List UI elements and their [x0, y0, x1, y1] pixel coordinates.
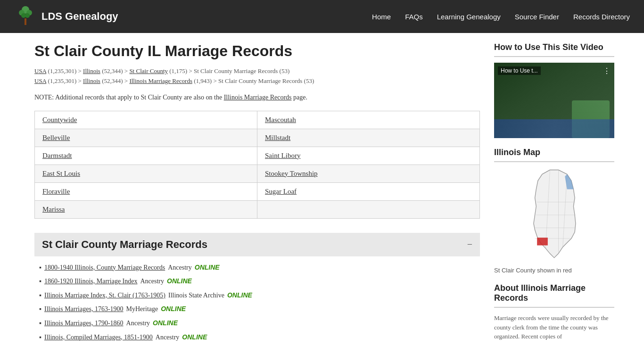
- main-content: St Clair County IL Marriage Records USA …: [34, 42, 480, 346]
- about-text: Marriage records were usually recorded b…: [494, 313, 614, 341]
- collapse-button[interactable]: −: [467, 239, 472, 250]
- breadcrumb-illinois-1[interactable]: Illinois: [83, 67, 100, 74]
- map-caption: St Clair County shown in red: [494, 267, 614, 274]
- city-link-belleville[interactable]: Belleville: [42, 134, 70, 141]
- record-source: Ancestry: [140, 277, 164, 286]
- online-badge: ONLINE: [167, 277, 192, 286]
- logo-text: LDS Genealogy: [41, 10, 118, 23]
- record-link-4[interactable]: Illinois Marriages, 1790-1860: [44, 319, 124, 328]
- online-badge: ONLINE: [182, 333, 207, 342]
- table-row: Marissa: [35, 200, 480, 218]
- record-source: MyHeritage: [126, 304, 158, 314]
- map-divider: [494, 161, 614, 162]
- video-thumbnail[interactable]: How to Use t... ⋮: [494, 63, 614, 138]
- city-link-millstadt[interactable]: Millstadt: [265, 134, 290, 141]
- city-cell-left: Marissa: [35, 200, 257, 218]
- map-section-title: Illinois Map: [494, 148, 614, 157]
- about-title: About Illinois Marriage Records: [494, 283, 614, 303]
- list-item: Illinois Marriage Index, St. Clair (1763…: [39, 291, 480, 300]
- table-row: DarmstadtSaint Libory: [35, 147, 480, 165]
- nav-home[interactable]: Home: [372, 13, 391, 21]
- city-cell-left: Belleville: [35, 129, 257, 147]
- video-divider: [494, 56, 614, 57]
- nav-learning-genealogy[interactable]: Learning Genealogy: [437, 13, 501, 21]
- page-title: St Clair County IL Marriage Records: [34, 42, 480, 60]
- city-link-marissa[interactable]: Marissa: [42, 206, 65, 213]
- breadcrumb-illinois-marriage[interactable]: Illinois Marriage Records: [129, 77, 192, 84]
- page-wrapper: St Clair County IL Marriage Records USA …: [20, 33, 624, 356]
- about-divider: [494, 307, 614, 308]
- records-list: 1800-1940 Illinois, County Marriage Reco…: [34, 263, 480, 342]
- sidebar: How to Use This Site Video How to Use t.…: [494, 42, 614, 346]
- cities-table: CountywideMascoutahBellevilleMillstadtDa…: [34, 111, 480, 219]
- record-source: Ancestry: [126, 319, 150, 328]
- table-row: FloravilleSugar Loaf: [35, 182, 480, 200]
- svg-rect-5: [25, 18, 26, 25]
- breadcrumb-usa-1[interactable]: USA: [34, 67, 46, 74]
- video-section-title: How to Use This Site Video: [494, 42, 614, 52]
- logo-area: LDS Genealogy: [14, 5, 118, 28]
- video-options-icon[interactable]: ⋮: [603, 66, 611, 75]
- list-item: 1800-1940 Illinois, County Marriage Reco…: [39, 263, 480, 272]
- city-cell-right: Millstadt: [257, 129, 480, 147]
- breadcrumbs: USA (1,235,301) > Illinois (52,344) > St…: [34, 66, 480, 86]
- city-cell-left: Darmstadt: [35, 147, 257, 165]
- record-link-2[interactable]: Illinois Marriage Index, St. Clair (1763…: [44, 291, 165, 300]
- breadcrumb-line-2: USA (1,235,301) > Illinois (52,344) > Il…: [34, 76, 480, 86]
- svg-point-4: [25, 13, 30, 18]
- video-title-overlay: How to Use t...: [498, 66, 541, 75]
- record-source: Illinois State Archive: [168, 291, 224, 300]
- city-cell-right: Stookey Township: [257, 165, 480, 182]
- city-link-floraville[interactable]: Floraville: [42, 188, 70, 195]
- record-link-5[interactable]: Illinois, Compiled Marriages, 1851-1900: [44, 333, 153, 342]
- city-cell-left: Floraville: [35, 182, 257, 200]
- note-text: NOTE: Additional records that apply to S…: [34, 94, 480, 101]
- breadcrumb-st-clair-county[interactable]: St Clair County: [129, 67, 168, 74]
- nav-faqs[interactable]: FAQs: [405, 13, 423, 21]
- records-section-header: St Clair County Marriage Records −: [34, 233, 480, 256]
- list-item: Illinois Marriages, 1763-1900 MyHeritage…: [39, 304, 480, 314]
- online-badge: ONLINE: [227, 291, 252, 300]
- illinois-marriage-records-link[interactable]: Illinois Marriage Records: [224, 94, 292, 101]
- city-link-saint-libory[interactable]: Saint Libory: [265, 152, 300, 159]
- online-badge: ONLINE: [195, 263, 220, 272]
- list-item: 1860-1920 Illinois, Marriage Index Ances…: [39, 277, 480, 286]
- city-cell-right: Sugar Loaf: [257, 182, 480, 200]
- city-cell-right: Saint Libory: [257, 147, 480, 165]
- city-link-sugar-loaf[interactable]: Sugar Loaf: [265, 188, 297, 195]
- breadcrumb-line-1: USA (1,235,301) > Illinois (52,344) > St…: [34, 66, 480, 76]
- online-badge: ONLINE: [161, 304, 186, 314]
- record-source: Ancestry: [168, 263, 192, 272]
- city-link-darmstadt[interactable]: Darmstadt: [42, 152, 72, 159]
- video-bottom-bar: [494, 119, 614, 138]
- city-cell-left: Countywide: [35, 111, 257, 129]
- table-row: East St LouisStookey Township: [35, 165, 480, 182]
- illinois-map-svg: [494, 168, 614, 262]
- records-section-title: St Clair County Marriage Records: [42, 239, 207, 251]
- site-header: LDS Genealogy Home FAQs Learning Genealo…: [0, 0, 644, 33]
- illinois-map-container: St Clair County shown in red: [494, 168, 614, 274]
- city-cell-left: East St Louis: [35, 165, 257, 182]
- list-item: Illinois Marriages, 1790-1860 Ancestry O…: [39, 319, 480, 328]
- city-link-east-st-louis[interactable]: East St Louis: [42, 170, 80, 177]
- about-section: Marriage records were usually recorded b…: [494, 313, 614, 341]
- city-link-countywide[interactable]: Countywide: [42, 116, 77, 123]
- list-item: Illinois, Compiled Marriages, 1851-1900 …: [39, 333, 480, 342]
- nav-records-directory[interactable]: Records Directory: [573, 13, 630, 21]
- city-link-mascoutah[interactable]: Mascoutah: [265, 116, 296, 123]
- nav-source-finder[interactable]: Source Finder: [515, 13, 559, 21]
- city-cell-right: [257, 200, 480, 218]
- breadcrumb-illinois-2[interactable]: Illinois: [83, 77, 100, 84]
- record-link-0[interactable]: 1800-1940 Illinois, County Marriage Reco…: [44, 263, 165, 272]
- record-source: Ancestry: [156, 333, 180, 342]
- main-nav: Home FAQs Learning Genealogy Source Find…: [372, 13, 630, 21]
- city-link-stookey-township[interactable]: Stookey Township: [265, 170, 318, 177]
- svg-rect-15: [537, 238, 548, 245]
- record-link-3[interactable]: Illinois Marriages, 1763-1900: [44, 304, 124, 314]
- table-row: CountywideMascoutah: [35, 111, 480, 129]
- logo-tree-icon: [14, 5, 37, 28]
- record-link-1[interactable]: 1860-1920 Illinois, Marriage Index: [44, 277, 138, 286]
- breadcrumb-usa-2[interactable]: USA: [34, 77, 46, 84]
- table-row: BellevilleMillstadt: [35, 129, 480, 147]
- online-badge: ONLINE: [153, 319, 178, 328]
